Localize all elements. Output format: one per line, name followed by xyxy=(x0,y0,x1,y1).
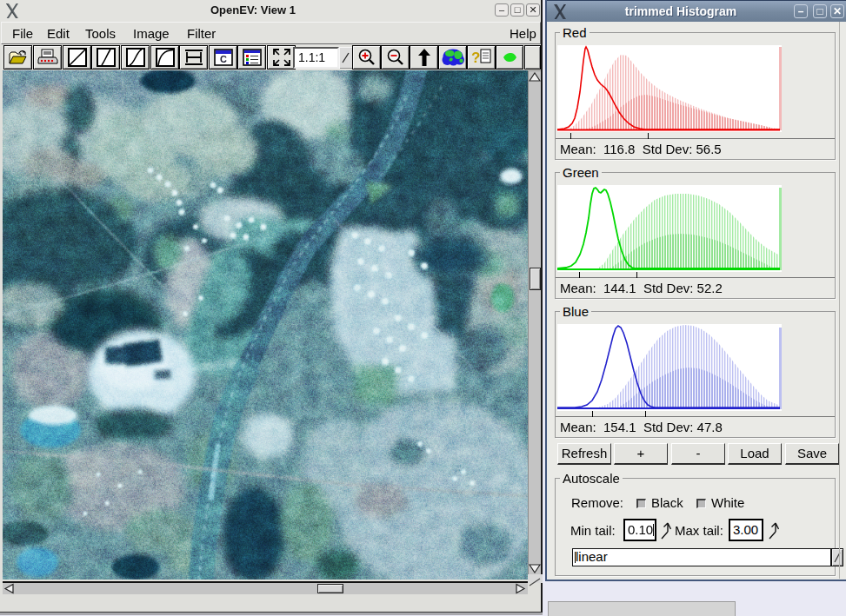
svg-text:?: ? xyxy=(471,50,480,66)
svg-text:C: C xyxy=(220,54,227,64)
